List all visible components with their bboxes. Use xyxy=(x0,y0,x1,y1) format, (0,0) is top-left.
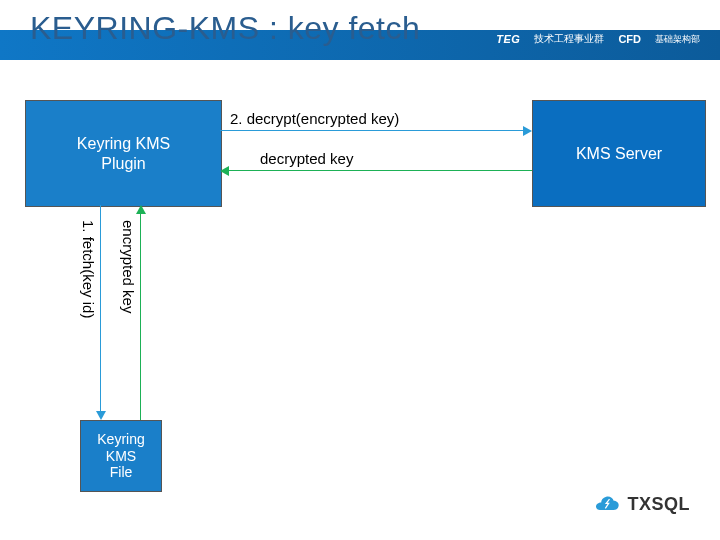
teg-cn-text: 技术工程事业群 xyxy=(534,32,604,46)
teg-logo-text: TEG xyxy=(496,33,520,45)
keyring-file-label: Keyring KMS File xyxy=(97,431,144,481)
fetch-response-label: encrypted key xyxy=(120,220,137,313)
decrypt-request-label: 2. decrypt(encrypted key) xyxy=(230,110,399,127)
keyring-file-node: Keyring KMS File xyxy=(80,420,162,492)
keyring-plugin-label: Keyring KMS Plugin xyxy=(77,134,170,172)
cfd-logo-text: CFD xyxy=(618,33,641,45)
page-title: KEYRING-KMS : key fetch xyxy=(30,10,420,47)
fetch-request-label: 1. fetch(key id) xyxy=(80,220,97,318)
keyring-plugin-node: Keyring KMS Plugin xyxy=(25,100,222,207)
kms-server-node: KMS Server xyxy=(532,100,706,207)
header-logos: TEG 技术工程事业群 CFD 基础架构部 xyxy=(496,32,700,46)
txsql-logo: TXSQL xyxy=(593,494,690,515)
cfd-cn-text: 基础架构部 xyxy=(655,33,700,46)
kms-server-label: KMS Server xyxy=(576,144,662,163)
cloud-icon xyxy=(593,495,621,515)
txsql-text: TXSQL xyxy=(627,494,690,515)
decrypt-response-label: decrypted key xyxy=(260,150,353,167)
